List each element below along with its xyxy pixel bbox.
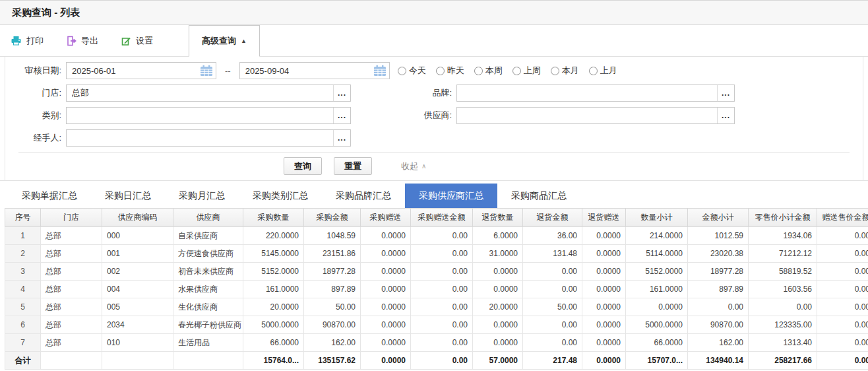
radio-icon[interactable] bbox=[551, 67, 559, 75]
table-cell: 0.00 bbox=[817, 298, 868, 316]
table-cell: 总部 bbox=[41, 227, 102, 245]
table-cell: 0.00 bbox=[411, 263, 473, 281]
table-cell: 1313.40 bbox=[749, 334, 817, 352]
settings-button[interactable]: 设置 bbox=[121, 35, 153, 47]
quick-range-option[interactable]: 昨天 bbox=[436, 65, 464, 77]
column-header[interactable]: 采购数量 bbox=[243, 209, 304, 227]
brand-input[interactable] bbox=[457, 85, 734, 101]
table-cell: 0.00 bbox=[817, 316, 868, 334]
store-input[interactable] bbox=[67, 85, 350, 101]
advanced-query-panel: 审核日期: -- bbox=[5, 57, 863, 180]
table-row[interactable]: 3总部002初音未来供应商5152.000018977.280.00000.00… bbox=[5, 263, 868, 281]
column-header[interactable]: 供应商编码 bbox=[102, 209, 173, 227]
category-input[interactable] bbox=[67, 108, 350, 123]
quick-range-option[interactable]: 上周 bbox=[512, 65, 541, 77]
column-header[interactable]: 采购赠送金额 bbox=[411, 209, 473, 227]
radio-icon[interactable] bbox=[398, 67, 406, 75]
table-cell: 0.00 bbox=[411, 298, 473, 316]
table-cell: 总部 bbox=[41, 298, 102, 316]
column-header[interactable]: 金额小计 bbox=[688, 209, 749, 227]
column-header[interactable]: 零售价小计金额 bbox=[749, 209, 817, 227]
table-cell: 0.0000 bbox=[582, 245, 626, 263]
quick-range-option[interactable]: 本周 bbox=[474, 65, 503, 77]
table-cell: 总部 bbox=[41, 281, 102, 298]
table-row[interactable]: 7总部010生活用品66.0000162.000.00000.000.00000… bbox=[5, 334, 868, 352]
table-cell: 20.0000 bbox=[243, 298, 304, 316]
column-header[interactable]: 退货数量 bbox=[473, 209, 523, 227]
tab-采购日汇总[interactable]: 采购日汇总 bbox=[91, 184, 165, 208]
table-cell: 23151.86 bbox=[304, 245, 361, 263]
radio-icon[interactable] bbox=[512, 67, 521, 75]
quick-range-option[interactable]: 今天 bbox=[398, 65, 426, 77]
chevron-up-icon: ∧ bbox=[421, 162, 426, 170]
advanced-query-toggle[interactable]: 高级查询 ▲ bbox=[189, 25, 260, 57]
table-row[interactable]: 4总部004水果供应商161.0000897.890.00000.000.000… bbox=[5, 281, 868, 298]
table-cell: 1048.59 bbox=[304, 227, 361, 245]
table-row[interactable]: 5总部005生化供应商20.000050.000.00000.0020.0000… bbox=[5, 298, 868, 316]
table-cell: 897.89 bbox=[304, 281, 361, 298]
supplier-input[interactable] bbox=[457, 108, 734, 123]
radio-icon[interactable] bbox=[589, 67, 598, 75]
table-cell: 6.0000 bbox=[473, 227, 523, 245]
tab-采购单据汇总[interactable]: 采购单据汇总 bbox=[8, 184, 91, 208]
column-header[interactable]: 采购赠送 bbox=[361, 209, 411, 227]
handler-input[interactable] bbox=[67, 130, 350, 146]
supplier-lookup-button[interactable]: ... bbox=[717, 108, 734, 123]
table-cell: 0.0000 bbox=[582, 263, 626, 281]
query-button[interactable]: 查询 bbox=[284, 157, 322, 175]
quick-range-option[interactable]: 上月 bbox=[589, 65, 617, 77]
tab-采购类别汇总[interactable]: 采购类别汇总 bbox=[239, 184, 322, 208]
collapse-link[interactable]: 收起 ∧ bbox=[401, 160, 426, 172]
column-header[interactable]: 赠送售价金额 bbox=[817, 209, 868, 227]
table-cell: 0.0000 bbox=[361, 263, 411, 281]
table-cell: 2034 bbox=[102, 316, 173, 334]
handler-lookup-button[interactable]: ... bbox=[333, 130, 350, 146]
table-row[interactable]: 1总部000自采供应商220.00001048.590.00000.006.00… bbox=[5, 227, 868, 245]
tab-采购品牌汇总[interactable]: 采购品牌汇总 bbox=[322, 184, 405, 208]
calendar-icon[interactable] bbox=[373, 65, 387, 77]
column-header[interactable]: 退货金额 bbox=[523, 209, 582, 227]
table-cell: 31.0000 bbox=[473, 245, 523, 263]
radio-icon[interactable] bbox=[436, 67, 445, 75]
date-to-input[interactable] bbox=[240, 63, 389, 79]
filter-row-handler: 经手人: ... bbox=[5, 129, 863, 147]
column-header[interactable]: 序号 bbox=[5, 209, 41, 227]
export-button[interactable]: 导出 bbox=[66, 35, 98, 47]
table-cell: 0.00 bbox=[523, 263, 582, 281]
total-cell: 0.0000 bbox=[582, 352, 626, 370]
tab-采购商品汇总[interactable]: 采购商品汇总 bbox=[497, 184, 580, 208]
table-cell: 0.00 bbox=[411, 245, 473, 263]
radio-icon[interactable] bbox=[474, 67, 483, 75]
tab-采购供应商汇总[interactable]: 采购供应商汇总 bbox=[405, 184, 497, 208]
column-header[interactable]: 供应商 bbox=[173, 209, 243, 227]
table-cell: 总部 bbox=[41, 334, 102, 352]
table-cell: 220.0000 bbox=[243, 227, 304, 245]
table-cell: 0.00 bbox=[817, 227, 868, 245]
category-lookup-button[interactable]: ... bbox=[333, 108, 350, 123]
date-from-input[interactable] bbox=[67, 63, 216, 79]
calendar-icon[interactable] bbox=[200, 65, 213, 77]
column-header[interactable]: 数量小计 bbox=[626, 209, 688, 227]
tab-采购月汇总[interactable]: 采购月汇总 bbox=[165, 184, 239, 208]
quick-range-label: 本月 bbox=[562, 65, 579, 77]
print-button[interactable]: 打印 bbox=[11, 35, 44, 47]
reset-button[interactable]: 重置 bbox=[334, 157, 372, 175]
table-cell: 0.0000 bbox=[582, 316, 626, 334]
store-lookup-button[interactable]: ... bbox=[333, 85, 350, 101]
table-row[interactable]: 6总部2034春光椰子粉供应商5000.000090870.000.00000.… bbox=[5, 316, 868, 334]
table-cell: 3 bbox=[5, 263, 41, 281]
table-header-row: 序号门店供应商编码供应商采购数量采购金额采购赠送采购赠送金额退货数量退货金额退货… bbox=[5, 209, 868, 227]
table-row[interactable]: 2总部001方便速食供应商5145.000023151.860.00000.00… bbox=[5, 245, 868, 263]
brand-lookup-button[interactable]: ... bbox=[717, 85, 734, 101]
total-cell: 0.00 bbox=[817, 352, 868, 370]
column-header[interactable]: 退货赠送 bbox=[582, 209, 626, 227]
column-header[interactable]: 采购金额 bbox=[304, 209, 361, 227]
table-cell: 66.0000 bbox=[626, 334, 688, 352]
quick-range-label: 上周 bbox=[524, 65, 541, 77]
quick-range-option[interactable]: 本月 bbox=[551, 65, 579, 77]
column-header[interactable]: 门店 bbox=[41, 209, 102, 227]
table-cell: 0.00 bbox=[817, 334, 868, 352]
total-row[interactable]: 合计15764.0...135157.620.00000.0057.000021… bbox=[5, 352, 868, 370]
table-cell: 90870.00 bbox=[304, 316, 361, 334]
table-cell: 总部 bbox=[41, 245, 102, 263]
